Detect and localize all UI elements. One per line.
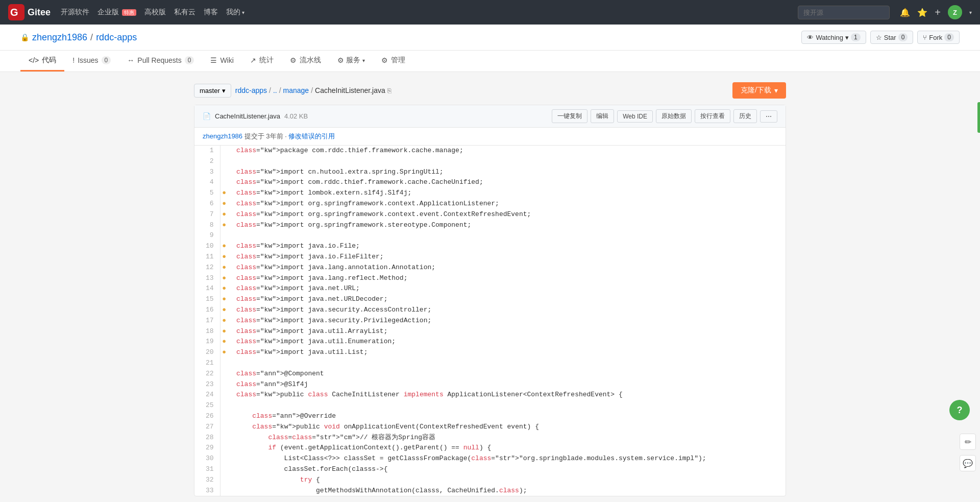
line-code: class="kw">import java.security.AccessCo…	[228, 305, 786, 316]
repo-name-link[interactable]: rddc-apps	[96, 32, 137, 43]
comment-side-button[interactable]: 💬	[960, 455, 976, 471]
repo-owner-link[interactable]: zhengzh1986	[32, 32, 87, 43]
line-number[interactable]: 23	[194, 379, 220, 390]
line-dot	[220, 167, 228, 178]
line-number[interactable]: 7	[194, 209, 220, 220]
line-number[interactable]: 2	[194, 156, 220, 167]
line-number[interactable]: 9	[194, 230, 220, 241]
line-number[interactable]: 11	[194, 252, 220, 262]
commit-message-link[interactable]: 修改错误的引用	[288, 132, 335, 140]
line-number[interactable]: 29	[194, 443, 220, 453]
line-dot: ●	[220, 347, 228, 358]
nav-enterprise[interactable]: 企业版 特惠	[97, 8, 136, 17]
line-number[interactable]: 22	[194, 369, 220, 379]
line-number[interactable]: 16	[194, 305, 220, 316]
line-number[interactable]: 32	[194, 475, 220, 486]
logo[interactable]: G Gitee	[8, 4, 51, 20]
line-number[interactable]: 21	[194, 358, 220, 369]
line-number[interactable]: 6	[194, 199, 220, 209]
star-button[interactable]: ☆ Star 0	[870, 31, 914, 44]
breadcrumb-folder[interactable]: manage	[283, 86, 309, 94]
tab-service[interactable]: ⚙ 服务 ▾	[329, 51, 373, 71]
file-viewer: 📄 CacheInitListener.java 4.02 KB 一键复制 编辑…	[194, 105, 786, 496]
line-dot: ●	[220, 305, 228, 316]
edit-side-button[interactable]: ✏	[960, 434, 976, 450]
search-input[interactable]	[798, 6, 890, 19]
tab-prs[interactable]: ↔ Pull Requests 0	[119, 51, 202, 71]
tab-manage[interactable]: ⚙ 管理	[373, 51, 413, 71]
watch-label: Watching	[816, 34, 843, 41]
nav-opensource[interactable]: 开源软件	[61, 8, 89, 17]
plus-icon[interactable]: +	[935, 7, 941, 18]
table-row: 30 List<Class<?>> classSet = getClasssFr…	[194, 453, 786, 464]
line-number[interactable]: 20	[194, 347, 220, 358]
notification-icon[interactable]: 🔔	[900, 8, 910, 17]
line-number[interactable]: 10	[194, 241, 220, 252]
line-number[interactable]: 24	[194, 390, 220, 400]
fork-button[interactable]: ⑂ Fork 0	[917, 31, 960, 44]
nav-private-cloud[interactable]: 私有云	[174, 8, 195, 17]
tab-code[interactable]: </> 代码	[20, 51, 64, 71]
line-number[interactable]: 30	[194, 453, 220, 464]
line-code	[228, 358, 786, 369]
nav-mine[interactable]: 我的 ▾	[226, 8, 244, 17]
svg-text:G: G	[10, 7, 18, 18]
star-nav-icon[interactable]: ⭐	[917, 8, 927, 17]
line-code: class="kw">public void onApplicationEven…	[228, 422, 786, 433]
line-number[interactable]: 8	[194, 220, 220, 231]
line-number[interactable]: 1	[194, 146, 220, 156]
branch-selector[interactable]: master ▾	[194, 84, 231, 98]
line-number[interactable]: 31	[194, 464, 220, 475]
clone-download-button[interactable]: 克隆/下载 ▾	[732, 82, 786, 99]
line-number[interactable]: 17	[194, 316, 220, 326]
history-button[interactable]: 历史	[733, 109, 757, 123]
avatar-dropdown-icon[interactable]: ▾	[969, 10, 972, 15]
file-type-icon: 📄	[203, 112, 211, 120]
line-number[interactable]: 15	[194, 294, 220, 305]
tab-stats[interactable]: ↗ 统计	[242, 51, 282, 71]
more-button[interactable]: ⋯	[760, 110, 777, 123]
line-number[interactable]: 26	[194, 411, 220, 422]
copy-path-icon[interactable]: ⎘	[387, 87, 391, 94]
line-number[interactable]: 25	[194, 400, 220, 411]
line-number[interactable]: 19	[194, 337, 220, 347]
line-dot: ●	[220, 316, 228, 326]
line-number[interactable]: 3	[194, 167, 220, 178]
repo-actions: 👁 Watching ▾ 1 ☆ Star 0 ⑂ Fork 0	[801, 31, 960, 44]
web-ide-button[interactable]: Web IDE	[617, 110, 653, 123]
nav-university[interactable]: 高校版	[144, 8, 166, 17]
breadcrumb-repo[interactable]: rddc-apps	[235, 86, 267, 94]
nav-links: 开源软件 企业版 特惠 高校版 私有云 博客 我的 ▾	[61, 8, 244, 17]
line-code: class="kw">import java.io.File;	[228, 241, 786, 252]
tab-wiki[interactable]: ☰ Wiki	[202, 51, 241, 71]
line-number[interactable]: 13	[194, 273, 220, 284]
watch-button[interactable]: 👁 Watching ▾ 1	[801, 31, 866, 44]
line-number[interactable]: 4	[194, 177, 220, 188]
blame-button[interactable]: 按行查看	[695, 109, 730, 123]
line-number[interactable]: 27	[194, 422, 220, 433]
separator: /	[90, 32, 93, 43]
nav-blog[interactable]: 博客	[204, 8, 218, 17]
line-number[interactable]: 14	[194, 283, 220, 294]
branch-dropdown-icon: ▾	[222, 87, 226, 94]
avatar[interactable]: Z	[948, 5, 962, 19]
table-row: 11●class="kw">import java.io.FileFilter;	[194, 252, 786, 262]
raw-button[interactable]: 原始数据	[656, 109, 692, 123]
table-row: 5●class="kw">import lombok.extern.slf4j.…	[194, 188, 786, 199]
main-content: master ▾ rddc-apps / .. / manage / Cache…	[184, 82, 796, 496]
breadcrumb-dots[interactable]: ..	[273, 86, 277, 94]
line-number[interactable]: 33	[194, 486, 220, 496]
help-button[interactable]: ?	[949, 400, 970, 420]
line-number[interactable]: 5	[194, 188, 220, 199]
line-number[interactable]: 18	[194, 326, 220, 337]
tab-pipeline[interactable]: ⚙ 流水线	[282, 51, 329, 71]
edit-button[interactable]: 编辑	[591, 109, 614, 123]
commit-author-link[interactable]: zhengzh1986	[203, 132, 242, 140]
tab-issues[interactable]: ! Issues 0	[64, 51, 119, 71]
one-copy-button[interactable]: 一键复制	[552, 109, 587, 123]
commit-info: zhengzh1986 提交于 3年前 · 修改错误的引用	[194, 128, 786, 146]
line-number[interactable]: 28	[194, 433, 220, 443]
tab-issues-label: Issues	[78, 56, 98, 64]
line-number[interactable]: 12	[194, 262, 220, 273]
table-row: 15●class="kw">import java.net.URLDecoder…	[194, 294, 786, 305]
